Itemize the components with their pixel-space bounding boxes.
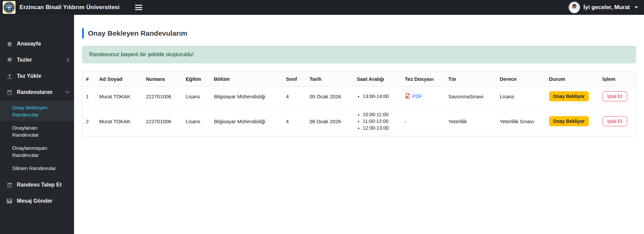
column-header: Numara <box>143 72 182 87</box>
sidebar-item-tezler[interactable]: Tezler <box>0 52 74 68</box>
sidebar: AnasayfaTezlerTez YükleRandevularımOnay … <box>0 15 74 234</box>
cell-time-slots: 10:00-11:0011:00-12:0012:00-13:00 <box>353 106 402 136</box>
title-accent-bar <box>82 28 84 38</box>
table-row: 1Murat TOKAK222701006LisansBilgisayar Mü… <box>82 87 636 106</box>
time-slot: 10:00-11:00 <box>363 111 398 118</box>
sidebar-item-silinen-randevular[interactable]: Silinen Randevular <box>0 162 74 175</box>
sidebar-item-onay-bekleyen-randevular[interactable]: Onay Bekleyen Randevular <box>0 101 74 121</box>
time-slot: 11:00-12:00 <box>363 118 398 125</box>
cell-class: 4 <box>283 106 306 136</box>
column-header: Durum <box>546 72 599 87</box>
sidebar-item-mesaj-gonder[interactable]: Mesaj Gönder <box>0 193 74 209</box>
cell-department: Bilgisayar Mühendisliği <box>211 106 283 136</box>
page-title: Onay Bekleyen Randevularım <box>82 28 636 38</box>
sidebar-item-onaylanan-randevular[interactable]: Onaylanan Randevular <box>0 121 74 141</box>
envelope-icon <box>6 199 13 203</box>
cell-action: İptal Et <box>599 106 636 136</box>
cell-degree: Yeterlilik Sınavı <box>497 106 546 136</box>
success-alert: Randevunuz başarılı bir şekilde oluşturu… <box>82 46 636 63</box>
cell-degree: Lisans <box>497 87 546 106</box>
pdf-file-icon <box>405 93 410 100</box>
column-header: Tez Dosyası <box>402 72 445 87</box>
cell-name: Murat TOKAK <box>96 106 143 136</box>
time-slot-list: 10:00-11:0011:00-12:0012:00-13:00 <box>357 111 398 131</box>
calendar-check-icon <box>6 90 13 95</box>
cell-thesis-file: PDF <box>402 87 445 106</box>
chevron-down-icon <box>635 6 638 8</box>
main-content: Onay Bekleyen Randevularım Randevunuz ba… <box>74 15 644 234</box>
cell-action: İptal Et <box>599 87 636 106</box>
sidebar-item-label: Randevularım <box>17 89 53 95</box>
table-header-row: #Ad SoyadNumaraEğitimBölümSınıfTarihSaat… <box>82 72 636 87</box>
sidebar-item-label: Mesaj Gönder <box>17 198 53 204</box>
cell-index: 1 <box>82 87 96 106</box>
cancel-appointment-button[interactable]: İptal Et <box>603 116 627 126</box>
cell-number: 222701006 <box>143 87 182 106</box>
top-navbar: Erzincan Binali Yıldırım Üniversitesi İy… <box>0 0 644 15</box>
sidebar-item-label: Tezler <box>17 57 32 63</box>
appointments-table: #Ad SoyadNumaraEğitimBölümSınıfTarihSaat… <box>82 71 636 136</box>
column-header: Ad Soyad <box>96 72 143 87</box>
status-badge: Onay Bekliyor <box>549 116 589 126</box>
sidebar-item-randevularim[interactable]: Randevularım <box>0 84 74 100</box>
column-header: Tarih <box>306 72 353 87</box>
cell-thesis-file: - <box>402 106 445 136</box>
time-slot: 12:00-13:00 <box>363 125 398 131</box>
column-header: Sınıf <box>283 72 306 87</box>
column-header: Bölüm <box>211 72 283 87</box>
column-header: İşlem <box>599 72 636 87</box>
upload-icon <box>6 73 13 79</box>
cell-date: 06 Ocak 2026 <box>306 106 353 136</box>
university-logo-icon <box>3 1 15 14</box>
cell-status: Onay Bekliyor <box>546 87 599 106</box>
calendar-plus-icon <box>6 182 13 188</box>
user-menu[interactable]: İyi geceler, Murat <box>569 2 638 13</box>
column-header: Tür <box>445 72 497 87</box>
cell-time-slots: 13:00-14:00 <box>353 87 402 106</box>
submenu-randevularim: Onay Bekleyen RandevularOnaylanan Randev… <box>0 100 74 177</box>
sidebar-item-label: Anasayfa <box>17 41 41 47</box>
table-row: 2Murat TOKAK222701006LisansBilgisayar Mü… <box>82 106 636 136</box>
time-slot-list: 13:00-14:00 <box>357 93 398 100</box>
cell-education: Lisans <box>182 106 211 136</box>
column-header: Saat Aralığı <box>353 72 402 87</box>
cell-index: 2 <box>82 106 96 136</box>
status-badge: Onay Bekliyor <box>549 91 589 101</box>
brand-link[interactable]: Erzincan Binali Yıldırım Üniversitesi <box>3 1 120 14</box>
sidebar-item-onaylanmayan-randevular[interactable]: Onaylanmayan Randevular <box>0 141 74 162</box>
user-greeting: İyi geceler, Murat <box>583 4 630 11</box>
chevron-right-icon <box>67 58 69 62</box>
avatar <box>569 2 580 13</box>
sidebar-item-label: Tez Yükle <box>17 73 41 79</box>
sidebar-item-label: Randevu Talep Et <box>17 182 62 188</box>
sidebar-item-anasayfa[interactable]: Anasayfa <box>0 36 74 52</box>
cell-status: Onay Bekliyor <box>546 106 599 136</box>
home-icon <box>6 41 13 47</box>
time-slot: 13:00-14:00 <box>363 93 398 100</box>
cell-education: Lisans <box>182 87 211 106</box>
cell-type: Yeterlilik <box>445 106 497 136</box>
app-title: Erzincan Binali Yıldırım Üniversitesi <box>20 4 120 11</box>
cell-date: 05 Ocak 2026 <box>306 87 353 106</box>
cancel-appointment-button[interactable]: İptal Et <box>603 91 627 101</box>
book-icon <box>6 58 13 63</box>
cell-class: 4 <box>283 87 306 106</box>
page-title-text: Onay Bekleyen Randevularım <box>88 29 187 37</box>
column-header: # <box>82 72 96 87</box>
cell-number: 222701006 <box>143 106 182 136</box>
sidebar-item-randevu-talep-et[interactable]: Randevu Talep Et <box>0 177 74 193</box>
menu-toggle-icon[interactable] <box>135 5 142 10</box>
sidebar-item-tez-yukle[interactable]: Tez Yükle <box>0 68 74 84</box>
cell-name: Murat TOKAK <box>96 87 143 106</box>
column-header: Eğitim <box>182 72 211 87</box>
pdf-link[interactable]: PDF <box>412 94 422 99</box>
column-header: Derece <box>497 72 546 87</box>
cell-type: SavunmaSinavi <box>445 87 497 106</box>
cell-department: Bilgisayar Mühendisliği <box>211 87 283 106</box>
chevron-down-icon <box>66 91 69 94</box>
